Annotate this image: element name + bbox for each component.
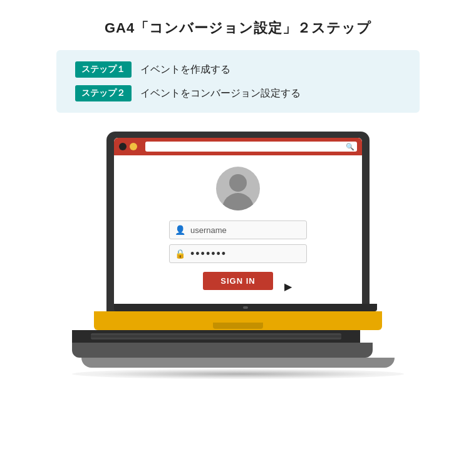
dot-black-icon [119, 143, 127, 150]
password-field[interactable]: 🔒 ••••••• [169, 244, 307, 263]
step-text-2: イベントをコンバージョン設定する [140, 87, 301, 100]
steps-box: ステップ１ イベントを作成する ステップ２ イベントをコンバージョン設定する [56, 50, 420, 113]
laptop-base [72, 343, 373, 358]
laptop-foot [81, 358, 395, 368]
laptop-body-yellow [94, 311, 382, 330]
laptop-illustration: 🔍 👤 username 🔒 ••••••• [88, 132, 388, 379]
user-icon: 👤 [175, 225, 185, 235]
avatar [216, 167, 260, 210]
search-icon: 🔍 [346, 143, 354, 151]
browser-titlebar: 🔍 [114, 138, 362, 155]
laptop-hinge [213, 323, 263, 329]
cursor-icon: ▶ [284, 281, 292, 293]
keyboard [91, 333, 341, 340]
step-badge-2: ステップ２ [75, 85, 132, 101]
step-badge-1: ステップ１ [75, 61, 132, 78]
password-dots: ••••••• [190, 247, 227, 261]
step-row-1: ステップ１ イベントを作成する [75, 61, 401, 78]
avatar-head [229, 174, 247, 192]
browser-window: 🔍 👤 username 🔒 ••••••• [114, 138, 362, 304]
step-row-2: ステップ２ イベントをコンバージョン設定する [75, 85, 401, 101]
camera-dot [243, 306, 248, 309]
screen-bottom-bezel [114, 304, 377, 311]
page-title: GA4「コンバージョン設定」２ステップ [105, 19, 371, 38]
dot-yellow-icon [130, 143, 137, 150]
laptop-screen: 🔍 👤 username 🔒 ••••••• [106, 132, 370, 311]
browser-addressbar: 🔍 [145, 142, 357, 152]
lock-icon: 🔒 [175, 249, 185, 259]
signin-button[interactable]: SIGN IN [203, 272, 272, 290]
username-text: username [190, 226, 227, 235]
laptop-shadow [72, 369, 404, 379]
avatar-body [222, 193, 254, 210]
username-field[interactable]: 👤 username [169, 220, 307, 239]
step-text-1: イベントを作成する [140, 63, 230, 76]
login-area: 👤 username 🔒 ••••••• SIGN IN ▶ [114, 155, 362, 304]
laptop-base-wrap [72, 330, 404, 379]
